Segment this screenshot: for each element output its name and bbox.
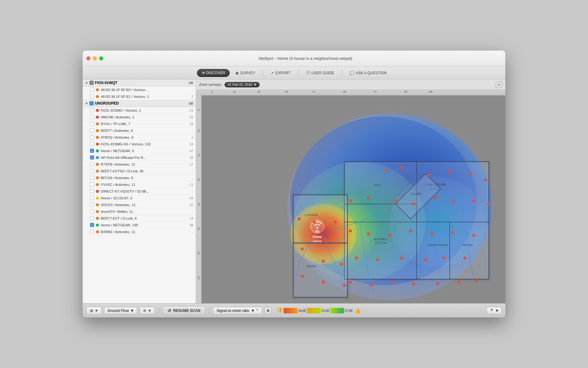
group2-name: UNGROUPED bbox=[95, 101, 119, 105]
checkbox[interactable] bbox=[90, 189, 94, 193]
list-item[interactable]: BFCS6 / Actiontec, 6 - bbox=[83, 174, 196, 181]
signal-dropdown-arrow: ▼ ⌃ bbox=[251, 309, 259, 313]
checkbox[interactable] bbox=[90, 182, 94, 186]
item-label: 48:5D:36:1F:5F:E0 / Verizon... bbox=[101, 88, 186, 92]
checkbox-checked[interactable]: ✓ bbox=[90, 149, 94, 153]
resume-scan-button[interactable]: ↺ RESUME SCAN bbox=[162, 306, 205, 315]
svg-point-62 bbox=[412, 202, 415, 205]
checkbox[interactable] bbox=[90, 209, 94, 213]
maximize-button[interactable] bbox=[99, 56, 103, 60]
map-canvas[interactable]: LIVING ROOM 11 × 14 HALL KITCHEN 10.2 × … bbox=[202, 95, 505, 303]
item-label: BD5T7 / Actiontec, 6 bbox=[101, 129, 186, 132]
group1-header[interactable]: ▼ FiOS-61WQT dB bbox=[83, 79, 196, 86]
svg-point-82 bbox=[463, 257, 466, 260]
svg-point-85 bbox=[391, 281, 394, 284]
item-channel: 17 bbox=[186, 163, 193, 166]
checkbox[interactable] bbox=[90, 176, 94, 180]
traffic-lights bbox=[86, 56, 103, 60]
separator3 bbox=[342, 70, 342, 76]
export-button[interactable]: ↗ EXPORT bbox=[266, 69, 295, 77]
checkbox[interactable] bbox=[90, 94, 94, 98]
item-channel: - bbox=[186, 169, 193, 173]
plus-circle-icon: ⊕ bbox=[90, 308, 93, 313]
ask-button[interactable]: 💬 ASK A QUESTION bbox=[345, 69, 391, 77]
heatmap-svg: LIVING ROOM 11 × 14 HALL KITCHEN 10.2 × … bbox=[202, 95, 505, 303]
separator bbox=[158, 307, 159, 314]
checkbox[interactable] bbox=[90, 196, 94, 200]
list-item[interactable]: 48:5D:36:1F:5F:E2 / Verizon, 1 7 bbox=[83, 93, 196, 100]
list-item[interactable]: BD5T7-EXT5G / D-Link, 36 - bbox=[83, 168, 196, 174]
separator2 bbox=[298, 70, 299, 76]
discover-button[interactable]: ◔ DISCOVER bbox=[197, 69, 230, 77]
checkbox[interactable] bbox=[90, 230, 94, 234]
thumbs-down-icon: 👎 bbox=[276, 307, 283, 314]
list-item[interactable]: ✓ Home / NETGEAR, 149 49 bbox=[83, 222, 196, 228]
signal-dot bbox=[96, 129, 99, 132]
svg-point-57 bbox=[469, 172, 472, 175]
list-item[interactable]: Home / 32:CD:A7, 5 44 bbox=[83, 195, 196, 201]
list-item[interactable]: 4TBXQ / Actiontec, 6 1 bbox=[83, 134, 196, 141]
list-item[interactable]: ✓ HP-Print-0A-Officejet Pro 8... 16 bbox=[83, 154, 196, 161]
item-label: YVV5C / Actiontec, 11 bbox=[101, 183, 186, 186]
item-channel: - bbox=[186, 176, 193, 180]
svg-text:24: 24 bbox=[197, 154, 200, 157]
svg-point-63 bbox=[433, 196, 436, 199]
list-item[interactable]: R7XFB / Actiontec, 11 17 bbox=[83, 161, 196, 168]
list-item[interactable]: 3OCD3 / Actiontec, 11 22 bbox=[83, 201, 196, 208]
list-item[interactable]: BD5T7 / Actiontec, 6 - bbox=[83, 127, 196, 134]
list-item[interactable]: HMC4B / Actiontec, 1 22 bbox=[83, 114, 196, 121]
checkbox[interactable] bbox=[90, 135, 94, 139]
svg-point-94 bbox=[322, 281, 325, 284]
survey-button[interactable]: ◉ SURVEY bbox=[231, 69, 260, 77]
signal-dot bbox=[96, 156, 99, 159]
svg-point-74 bbox=[430, 232, 433, 236]
list-item[interactable]: DIRECT-KT-VIZIOTV / 02:6B... - bbox=[83, 188, 196, 195]
list-item[interactable]: RYH1 / TP-LINK, 7 23 bbox=[83, 121, 196, 127]
checkbox[interactable] bbox=[90, 162, 94, 166]
svg-point-76 bbox=[472, 234, 475, 237]
window-title: NetSpot – Home (A house in a neighborhoo… bbox=[109, 56, 502, 61]
user-guide-button[interactable]: ⓘ USER GUIDE bbox=[302, 68, 339, 77]
list-item[interactable]: drum974 / Belkin, 11 - bbox=[83, 208, 196, 215]
svg-text:5G: 5G bbox=[315, 229, 319, 233]
svg-text:Home: Home bbox=[313, 239, 322, 243]
list-item[interactable]: 48:5D:36:1F:5F:E0 / Verizon... - bbox=[83, 86, 196, 93]
checkbox[interactable] bbox=[90, 169, 94, 173]
list-item[interactable]: FiOS-JOSMG / Verizon, 1 21 bbox=[83, 107, 196, 114]
floor-selector[interactable]: Ground Floor ▼ bbox=[104, 307, 138, 314]
group2-header[interactable]: ▼ UNGROUPED dB bbox=[83, 100, 196, 107]
checkbox[interactable] bbox=[90, 142, 94, 146]
item-channel: 49 bbox=[186, 223, 193, 227]
signal-settings-button[interactable]: ⚙ bbox=[265, 307, 271, 314]
checkbox[interactable] bbox=[90, 108, 94, 112]
list-item[interactable]: ✓ Home / NETGEAR, 5 47 bbox=[83, 148, 196, 154]
checkbox[interactable] bbox=[90, 122, 94, 126]
checkbox-checked[interactable]: ✓ bbox=[90, 223, 94, 227]
checkbox[interactable] bbox=[90, 203, 94, 207]
add-survey-button[interactable]: + bbox=[496, 81, 502, 88]
survey-selector[interactable]: #1 Feb 22, 2016 ▼ bbox=[224, 82, 260, 87]
signal-type-selector[interactable]: Signal-to-noise ratio ▼ ⌃ bbox=[213, 307, 262, 314]
checkbox[interactable] bbox=[90, 216, 94, 220]
svg-text:10.2 × 14: 10.2 × 14 bbox=[375, 241, 386, 244]
list-item[interactable]: BD5T7-EXT / D-Link, 6 14 bbox=[83, 215, 196, 222]
item-label: BFCS6 / Actiontec, 6 bbox=[101, 176, 186, 180]
location-button[interactable]: 📍 ▼ bbox=[487, 307, 502, 314]
floor-settings-button[interactable]: ⚙ ▼ bbox=[140, 307, 155, 314]
item-label: Home / 32:CD:A7, 5 bbox=[101, 196, 186, 200]
close-button[interactable] bbox=[86, 56, 90, 60]
add-floor-button[interactable]: ⊕ ▼ bbox=[86, 307, 102, 315]
list-item[interactable]: BXRB2 / Actiontec, 11 - bbox=[83, 228, 196, 235]
minimize-button[interactable] bbox=[93, 56, 97, 60]
list-item[interactable]: YVV5C / Actiontec, 11 11 bbox=[83, 181, 196, 188]
checkbox[interactable] bbox=[90, 88, 94, 92]
checkbox-checked[interactable]: ✓ bbox=[90, 155, 94, 159]
svg-text:8: 8 bbox=[211, 90, 213, 93]
signal-dot bbox=[96, 183, 99, 186]
list-item[interactable]: FiOS-JOSMG-5G / Verizon, 132 24 bbox=[83, 141, 196, 148]
item-channel: - bbox=[186, 210, 193, 213]
checkbox[interactable] bbox=[90, 115, 94, 119]
checkbox[interactable] bbox=[90, 128, 94, 132]
svg-text:33: 33 bbox=[285, 90, 288, 93]
svg-point-67 bbox=[298, 217, 301, 220]
